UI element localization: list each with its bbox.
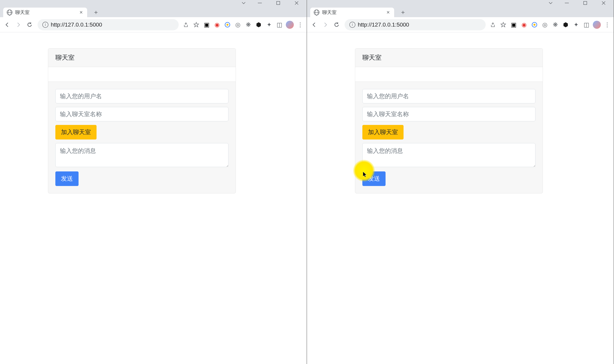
titlebar [0,0,307,6]
browser-window-right: 聊天室 × + i http://127.0.0.1:5000 [307,0,614,364]
message-input[interactable] [55,143,228,167]
reload-button[interactable] [332,20,341,29]
extensions-puzzle-icon[interactable]: ✦ [572,21,580,29]
extension-icon-1[interactable]: ▣ [203,21,211,29]
maximize-button[interactable] [269,0,287,6]
globe-icon [314,10,319,15]
site-info-icon[interactable]: i [42,22,48,28]
svg-point-7 [533,24,535,26]
extensions-puzzle-icon[interactable]: ✦ [265,21,273,29]
bookmark-star-icon[interactable] [499,21,507,29]
site-info-icon[interactable]: i [349,22,355,28]
address-bar[interactable]: i http://127.0.0.1:5000 [345,19,486,30]
username-input[interactable] [55,89,228,103]
join-room-button[interactable]: 加入聊天室 [55,125,97,140]
close-tab-icon[interactable]: × [386,9,391,15]
share-icon[interactable] [489,21,497,29]
url-text: http://127.0.0.1:5000 [51,22,102,28]
browser-tab[interactable]: 聊天室 × [3,8,87,17]
page-content: 聊天室 加入聊天室 发送 [307,32,614,364]
menu-icon[interactable]: ⋮ [603,21,611,29]
extension-icon-3[interactable] [530,21,538,29]
new-tab-button[interactable]: + [398,8,408,17]
extension-icon-2[interactable]: ◉ [213,21,221,29]
extension-icon-2[interactable]: ◉ [520,21,528,29]
extension-icon-4[interactable]: ◎ [234,21,242,29]
join-room-button[interactable]: 加入聊天室 [362,125,404,140]
svg-rect-4 [565,3,569,3]
profile-avatar[interactable] [286,21,294,29]
send-button[interactable]: 发送 [362,171,386,186]
bookmark-star-icon[interactable] [192,21,200,29]
chat-card: 聊天室 加入聊天室 发送 [48,48,236,193]
close-button[interactable] [287,0,306,6]
browser-toolbar: i http://127.0.0.1:5000 ▣ ◉ ◎ ❋ ⬢ ✦ ◫ ⋮ [0,17,307,32]
titlebar [307,0,614,6]
side-panel-icon[interactable]: ◫ [582,21,590,29]
extension-icon-5[interactable]: ❋ [244,21,252,29]
address-bar[interactable]: i http://127.0.0.1:5000 [38,19,179,30]
browser-toolbar: i http://127.0.0.1:5000 ▣ ◉ ◎ ❋ ⬢ ✦ ◫ ⋮ [307,17,614,32]
tab-title: 聊天室 [15,9,76,15]
card-body: 加入聊天室 发送 [355,82,543,193]
card-title: 聊天室 [355,49,543,67]
extension-icon-5[interactable]: ❋ [551,21,559,29]
profile-avatar[interactable] [593,21,601,29]
svg-rect-1 [277,1,280,5]
side-panel-icon[interactable]: ◫ [275,21,283,29]
tab-search-icon[interactable] [237,0,251,6]
menu-icon[interactable]: ⋮ [296,21,304,29]
roomname-input[interactable] [362,107,535,121]
share-icon[interactable] [182,21,190,29]
reload-button[interactable] [25,20,34,29]
svg-rect-0 [258,3,262,3]
url-text: http://127.0.0.1:5000 [358,22,409,28]
roomname-input[interactable] [55,107,228,121]
extension-icon-3[interactable] [223,21,231,29]
tab-title: 聊天室 [322,9,383,15]
card-title: 聊天室 [48,49,236,67]
svg-rect-5 [584,1,587,5]
card-body: 加入聊天室 发送 [48,82,236,193]
back-button[interactable] [309,20,319,29]
close-tab-icon[interactable]: × [79,9,84,15]
extension-icon-6[interactable]: ⬢ [255,21,263,29]
forward-button[interactable] [321,20,330,29]
messages-area [48,67,236,82]
message-input[interactable] [362,143,535,167]
maximize-button[interactable] [576,0,594,6]
minimize-button[interactable] [251,0,269,6]
messages-area [355,67,543,82]
globe-icon [7,10,12,15]
send-button[interactable]: 发送 [55,171,79,186]
tab-search-icon[interactable] [544,0,558,6]
back-button[interactable] [2,20,12,29]
extension-icon-4[interactable]: ◎ [541,21,549,29]
tab-strip: 聊天室 × + [307,6,614,17]
browser-tab[interactable]: 聊天室 × [310,8,394,17]
svg-point-3 [226,24,228,26]
minimize-button[interactable] [558,0,576,6]
tab-strip: 聊天室 × + [0,6,307,17]
close-button[interactable] [594,0,613,6]
extension-icon-6[interactable]: ⬢ [562,21,570,29]
chat-card: 聊天室 加入聊天室 发送 [355,48,543,193]
forward-button[interactable] [14,20,23,29]
extension-icon-1[interactable]: ▣ [510,21,518,29]
page-content: 聊天室 加入聊天室 发送 [0,32,307,364]
username-input[interactable] [362,89,535,103]
browser-window-left: 聊天室 × + i http://127.0.0.1:5000 [0,0,307,364]
new-tab-button[interactable]: + [91,8,101,17]
